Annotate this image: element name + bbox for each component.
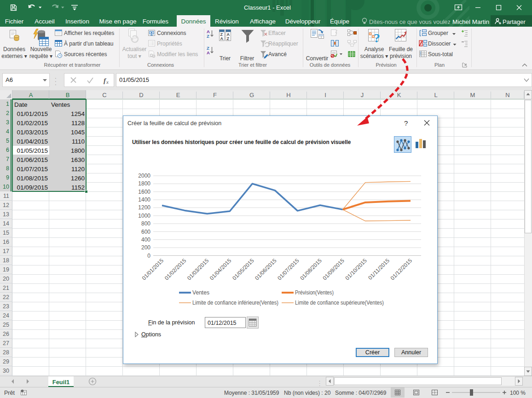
svg-text:01/04/2015: 01/04/2015 — [208, 257, 233, 282]
svg-text:2000: 2000 — [138, 173, 150, 179]
svg-text:?: ? — [374, 31, 380, 45]
svg-text:Z: Z — [207, 34, 209, 39]
svg-text:A: A — [220, 36, 224, 41]
svg-text:Limite de confiance supérieure: Limite de confiance supérieure(Ventes) — [295, 300, 384, 306]
svg-text:800: 800 — [141, 220, 150, 227]
svg-text:600: 600 — [141, 229, 150, 235]
svg-text:01/06/2015: 01/06/2015 — [254, 257, 278, 282]
svg-text:01/09/2015: 01/09/2015 — [321, 257, 346, 282]
svg-text:400: 400 — [141, 236, 150, 243]
svg-text:1200: 1200 — [138, 204, 150, 211]
svg-text:1000: 1000 — [138, 213, 150, 219]
svg-text:200: 200 — [141, 244, 150, 251]
svg-text:Z: Z — [227, 36, 230, 41]
svg-text:01/02/2015: 01/02/2015 — [163, 257, 188, 282]
svg-text:01/01/2015: 01/01/2015 — [141, 257, 165, 282]
svg-text:0: 0 — [147, 253, 150, 259]
svg-text:01/12/2015: 01/12/2015 — [389, 257, 414, 282]
svg-text:01/05/2015: 01/05/2015 — [231, 257, 255, 282]
svg-text:Limite de confiance inférieure: Limite de confiance inférieure(Ventes) — [192, 300, 278, 306]
svg-text:1800: 1800 — [138, 180, 150, 187]
svg-text:01/03/2015: 01/03/2015 — [186, 257, 210, 282]
svg-text:01/08/2015: 01/08/2015 — [299, 257, 323, 282]
svg-text:01/07/2015: 01/07/2015 — [276, 257, 301, 282]
svg-text:A: A — [207, 50, 210, 55]
svg-text:01/10/2015: 01/10/2015 — [344, 257, 369, 282]
svg-text:01/11/2015: 01/11/2015 — [367, 257, 391, 281]
svg-text:1400: 1400 — [138, 196, 150, 203]
svg-text:1600: 1600 — [138, 189, 150, 195]
svg-text:Ventes: Ventes — [192, 289, 209, 296]
svg-text:Prévision(Ventes): Prévision(Ventes) — [295, 289, 334, 296]
svg-text:x: x — [106, 79, 109, 85]
